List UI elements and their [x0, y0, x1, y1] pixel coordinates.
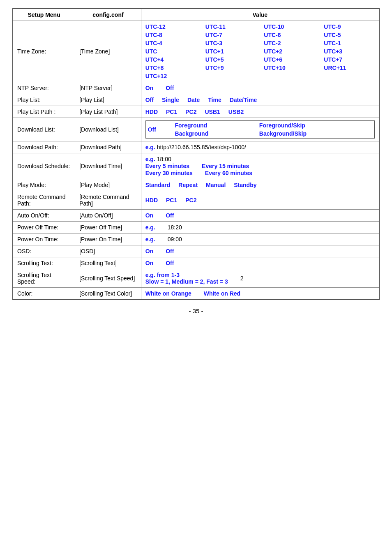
on-off-container: OnOff [145, 248, 375, 254]
utc-option[interactable]: UTC+8 [145, 65, 196, 71]
dl-background-skip[interactable]: Background/Skip [258, 129, 374, 138]
option-item[interactable]: USB2 [228, 109, 244, 115]
main-table: Setup Menu config.conf Value Time Zone:[… [12, 8, 380, 300]
utc-grid: UTC-12UTC-11UTC-10UTC-9UTC-8UTC-7UTC-6UT… [145, 23, 375, 79]
every-5-min[interactable]: Every 5 minutes [145, 163, 189, 169]
on-off-container: OnOff [145, 260, 375, 266]
option-item[interactable]: Single [162, 97, 179, 103]
row-value: e.g.18:20 [141, 222, 379, 233]
option-item[interactable]: Manual [206, 182, 226, 188]
utc-option[interactable]: UTC+12 [145, 73, 196, 79]
option-item[interactable]: Standby [234, 182, 256, 188]
row-value: OnOff [141, 257, 379, 269]
utc-option[interactable]: UTC [145, 48, 196, 55]
option-item[interactable]: HDD [145, 197, 158, 203]
off-option[interactable]: Off [166, 212, 174, 219]
option-item[interactable]: Date/Time [230, 97, 257, 103]
utc-option[interactable]: UTC-2 [264, 40, 314, 46]
utc-option[interactable]: UTC+4 [145, 56, 196, 63]
multi-option-container: HDDPC1PC2USB1USB2 [145, 109, 375, 115]
row-config: [Auto On/Off] [75, 210, 141, 222]
dl-background[interactable]: Background [173, 129, 258, 138]
utc-option[interactable]: UTC-4 [145, 40, 196, 46]
time-value: 18:20 [168, 224, 182, 231]
table-row: Scrolling Text Speed:[Scrolling Text Spe… [13, 269, 379, 288]
row-label: NTP Server: [13, 82, 75, 94]
schedule-container: e.g. 18:00Every 5 minutesEvery 15 minute… [145, 156, 375, 176]
multi-option-container: OffSingleDateTimeDate/Time [145, 97, 375, 103]
speed-value: 2 [240, 275, 244, 282]
header-value: Value [141, 9, 379, 21]
off-option[interactable]: Off [166, 85, 174, 91]
utc-option[interactable]: UTC+2 [264, 48, 314, 55]
table-row: OSD:[OSD]OnOff [13, 245, 379, 257]
on-option[interactable]: On [145, 85, 153, 91]
utc-option[interactable]: UTC+10 [264, 65, 314, 71]
dl-off[interactable]: Off [146, 121, 173, 138]
option-item[interactable]: Standard [145, 182, 171, 188]
option-item[interactable]: Date [187, 97, 200, 103]
row-value: OffSingleDateTimeDate/Time [141, 94, 379, 106]
table-row: Remote Command Path:[Remote Command Path… [13, 191, 379, 210]
off-option[interactable]: Off [166, 260, 174, 266]
option-item[interactable]: PC2 [185, 109, 196, 115]
utc-option[interactable]: UTC-7 [205, 32, 254, 38]
utc-option[interactable]: UTC-9 [324, 23, 375, 30]
option-item[interactable]: Time [208, 97, 221, 103]
on-option[interactable]: On [145, 248, 153, 254]
color-option-1[interactable]: White on Orange [145, 290, 191, 297]
every-15-min[interactable]: Every 15 minutes [202, 163, 249, 169]
option-item[interactable]: PC1 [166, 109, 177, 115]
row-config: [Power Off Time] [75, 222, 141, 233]
row-value: White on OrangeWhite on Red [141, 288, 379, 300]
utc-option[interactable]: UTC+6 [264, 56, 314, 63]
every-30-min[interactable]: Every 30 minutes [145, 170, 193, 176]
multi-option-container: HDDPC1PC2 [145, 197, 375, 203]
row-value: HDDPC1PC2USB1USB2 [141, 106, 379, 118]
off-option[interactable]: Off [166, 248, 174, 254]
utc-option[interactable]: UTC-3 [205, 40, 254, 46]
dl-foreground-skip[interactable]: Foreground/Skip [258, 121, 374, 129]
row-label: Remote Command Path: [13, 191, 75, 210]
row-config: [Play List] [75, 94, 141, 106]
option-item[interactable]: USB1 [205, 109, 220, 115]
utc-option[interactable]: UTC+1 [205, 48, 254, 55]
table-row: Scrolling Text:[Scrolling Text]OnOff [13, 257, 379, 269]
color-option-2[interactable]: White on Red [204, 290, 240, 297]
eg-value-container: e.g.09:00 [145, 236, 375, 243]
utc-option[interactable]: UTC-11 [205, 23, 254, 30]
table-row: Color:[Scrolling Text Color]White on Ora… [13, 288, 379, 300]
row-value: UTC-12UTC-11UTC-10UTC-9UTC-8UTC-7UTC-6UT… [141, 21, 379, 82]
page-number: - 35 - [12, 307, 380, 314]
every-60-min[interactable]: Every 60 minutes [205, 170, 252, 176]
utc-option[interactable]: UTC-1 [324, 40, 375, 46]
utc-option[interactable]: UTC-5 [324, 32, 375, 38]
utc-option[interactable]: URC+11 [324, 65, 375, 71]
utc-option[interactable]: UTC-12 [145, 23, 196, 30]
table-row: Power Off Time:[Power Off Time]e.g.18:20 [13, 222, 379, 233]
dl-foreground[interactable]: Foreground [173, 121, 258, 129]
table-row: Play Mode:[Play Mode]StandardRepeatManua… [13, 179, 379, 191]
speed-desc: e.g. from 1-3Slow = 1, Medium = 2, Fast … [145, 272, 228, 285]
on-option[interactable]: On [145, 212, 153, 219]
utc-option[interactable]: UTC-10 [264, 23, 314, 30]
utc-option[interactable]: UTC-8 [145, 32, 196, 38]
utc-option[interactable]: UTC+7 [324, 56, 375, 63]
row-value: HDDPC1PC2 [141, 191, 379, 210]
on-option[interactable]: On [145, 260, 153, 266]
table-row: Play List:[Play List]OffSingleDateTimeDa… [13, 94, 379, 106]
option-item[interactable]: PC1 [166, 197, 177, 203]
eg-value-container: e.g.18:20 [145, 224, 375, 231]
utc-option[interactable]: UTC+9 [205, 65, 254, 71]
eg-label: e.g. [145, 224, 155, 231]
table-row: Auto On/Off:[Auto On/Off]OnOff [13, 210, 379, 222]
option-item[interactable]: Repeat [178, 182, 198, 188]
option-item[interactable]: Off [145, 97, 154, 103]
row-config: [OSD] [75, 245, 141, 257]
option-item[interactable]: HDD [145, 109, 158, 115]
option-item[interactable]: PC2 [185, 197, 196, 203]
utc-option[interactable]: UTC-6 [264, 32, 314, 38]
utc-option[interactable]: UTC+3 [324, 48, 375, 55]
utc-option[interactable]: UTC+5 [205, 56, 254, 63]
row-config: [Time Zone] [75, 21, 141, 82]
